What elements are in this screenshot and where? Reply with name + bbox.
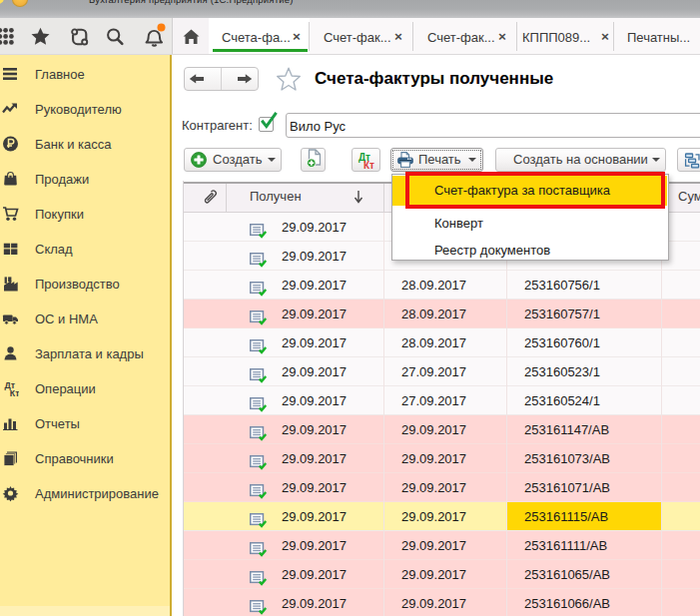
svg-text:Кт: Кт bbox=[10, 388, 19, 397]
